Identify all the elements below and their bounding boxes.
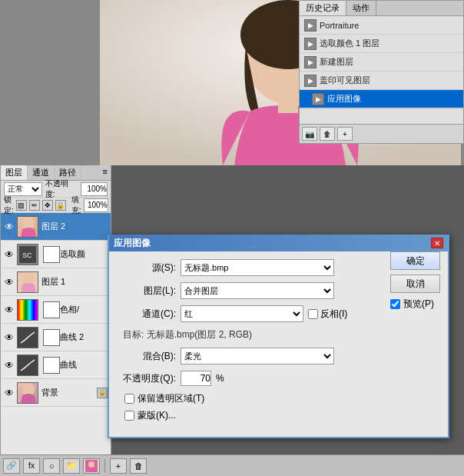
lock-move-btn[interactable]: ✥	[42, 200, 53, 211]
bottom-btn-link[interactable]: 🔗	[3, 458, 20, 474]
lock-bg-icon: 🔒	[97, 388, 108, 398]
play-icon: ▶	[304, 95, 310, 103]
preview-checkbox[interactable]	[390, 299, 400, 309]
mask-checkbox[interactable]	[124, 411, 134, 421]
ok-button[interactable]: 确定	[390, 251, 440, 270]
opacity-input[interactable]	[81, 182, 108, 196]
lock-paint-btn[interactable]: ✏	[29, 200, 40, 211]
visibility-icon-1[interactable]: 👁	[4, 277, 15, 288]
layer-thumb-hue	[17, 299, 38, 321]
layer-thumb-2	[17, 216, 38, 238]
layer-name-1: 图层 1	[41, 276, 65, 288]
layer-thumb-1	[17, 271, 38, 293]
fill-input[interactable]	[84, 198, 108, 212]
layer-label: 图层(L):	[118, 285, 176, 298]
svg-text:SC: SC	[22, 251, 32, 259]
history-new-btn[interactable]: +	[337, 127, 353, 141]
preview-row: 预览(P)	[390, 298, 440, 311]
dialog-close-btn[interactable]: ✕	[431, 238, 443, 248]
layer-thumb-select: SC	[17, 244, 38, 265]
history-panel: 历史记录 动作 ▶ Portraiture ▶ 选取颜色 1 图层 ▶ 新建图层…	[299, 0, 464, 144]
history-item-stamp[interactable]: ▶ 盖印可见图层	[300, 72, 463, 90]
source-label: 源(S):	[118, 261, 176, 275]
layer-mask-curves	[43, 357, 60, 374]
bottom-btn-new[interactable]: +	[110, 458, 127, 474]
layer-name-curves: 曲线	[60, 359, 77, 371]
history-empty	[300, 108, 463, 124]
layer-thumb-curves	[17, 355, 38, 376]
history-item-portraiture[interactable]: ▶ Portraiture	[300, 16, 463, 35]
visibility-icon-curves[interactable]: 👁	[4, 360, 15, 371]
cancel-button[interactable]: 取消	[390, 275, 440, 293]
history-icon: ▶	[304, 38, 317, 50]
tab-history[interactable]: 历史记录	[300, 1, 346, 15]
layer-item-curves[interactable]: 👁 曲线	[1, 351, 111, 379]
panel-menu-btn[interactable]: ≡	[100, 165, 111, 180]
toolbar-sep	[104, 459, 105, 473]
preserve-transparency-checkbox[interactable]	[124, 394, 134, 404]
layer-select[interactable]: 合并图层	[181, 282, 334, 299]
visibility-icon-hue[interactable]: 👁	[4, 305, 15, 315]
visibility-icon-select[interactable]: 👁	[4, 249, 15, 260]
layer-item-hue[interactable]: 👁 色相/	[1, 296, 111, 324]
bottom-btn-fx[interactable]: fx	[23, 458, 40, 474]
preserve-transparency-label: 保留透明区域(T)	[138, 392, 204, 405]
history-item-apply-image[interactable]: ▶ ▶ 应用图像	[300, 90, 463, 108]
tab-layers[interactable]: 图层	[1, 165, 28, 180]
dialog-opacity-row: 不透明度(Q): %	[118, 371, 439, 386]
dialog-titlebar: 应用图像 ✕	[109, 235, 448, 251]
visibility-icon-bg[interactable]: 👁	[4, 388, 15, 398]
invert-checkbox[interactable]	[308, 309, 318, 319]
blend-row: 混合(B): 柔光	[118, 348, 439, 364]
history-icon: ▶	[304, 75, 317, 87]
history-icon: ▶	[304, 56, 317, 68]
layer-item-curves2[interactable]: 👁 曲线 2	[1, 324, 111, 351]
history-item-select-color[interactable]: ▶ 选取颜色 1 图层	[300, 35, 463, 53]
target-row: 目标: 无标题.bmp(图层 2, RGB)	[123, 328, 439, 341]
percent-label: %	[216, 373, 224, 384]
history-tabs: 历史记录 动作	[300, 1, 463, 16]
bottom-btn-circle[interactable]: ○	[43, 458, 60, 474]
blend-select[interactable]: 柔光	[181, 348, 334, 364]
mask-row: 蒙版(K)...	[124, 409, 439, 422]
source-select[interactable]: 无标题.bmp	[181, 259, 334, 276]
layer-item-bg[interactable]: 👁 背景 🔒	[1, 379, 111, 407]
layer-mask-curves2	[43, 329, 60, 346]
svg-rect-3	[278, 96, 298, 113]
visibility-icon-curves2[interactable]: 👁	[4, 332, 15, 343]
dialog-opacity-input[interactable]	[181, 371, 211, 386]
blend-label: 混合(B):	[118, 350, 176, 363]
preserve-transparency-row: 保留透明区域(T)	[124, 392, 439, 405]
history-icon: ▶	[304, 19, 317, 32]
apply-image-dialog: 应用图像 ✕ 源(S): 无标题.bmp 图层(L): 合并图层 通道(C): …	[108, 235, 449, 438]
layer-item-1[interactable]: 👁 图层 1	[1, 268, 111, 296]
lock-transparent-btn[interactable]: ▨	[16, 200, 27, 211]
layer-name-bg: 背景	[41, 387, 58, 398]
lock-all-btn[interactable]: 🔒	[55, 200, 66, 211]
tab-actions[interactable]: 动作	[346, 1, 376, 15]
layer-item-2[interactable]: 👁 图层 2	[1, 213, 111, 241]
layer-name-select: 选取颜	[60, 248, 85, 260]
history-item-new-layer[interactable]: ▶ 新建图层	[300, 53, 463, 72]
history-icon: ▶	[312, 93, 324, 105]
dialog-buttons: 确定 取消 预览(P)	[390, 251, 440, 311]
fill-label: 填充:	[71, 195, 81, 216]
history-snapshot-btn[interactable]: 📷	[302, 127, 317, 141]
layer-thumb-curves2	[17, 327, 38, 348]
layer-name-2: 图层 2	[41, 221, 65, 232]
channel-select[interactable]: 红	[181, 305, 303, 322]
layers-lock-row: 锁定: ▨ ✏ ✥ 🔒 填充:	[1, 198, 111, 213]
layer-name-curves2: 曲线 2	[60, 331, 84, 343]
bottom-toolbar: 🔗 fx ○ 📁 + 🗑	[0, 454, 464, 476]
layer-name-hue: 色相/	[60, 304, 79, 315]
history-delete-btn[interactable]: 🗑	[320, 127, 335, 141]
layers-controls: 正常 不透明度:	[1, 181, 111, 198]
bottom-btn-image[interactable]	[83, 458, 100, 474]
bottom-btn-trash[interactable]: 🗑	[130, 458, 147, 474]
invert-label[interactable]: 反相(I)	[308, 308, 347, 321]
mask-label: 蒙版(K)...	[138, 409, 176, 422]
layer-item-select[interactable]: 👁 SC 选取颜	[1, 241, 111, 268]
bottom-btn-folder[interactable]: 📁	[63, 458, 80, 474]
visibility-icon-2[interactable]: 👁	[4, 221, 15, 232]
layer-thumb-bg	[17, 382, 38, 404]
